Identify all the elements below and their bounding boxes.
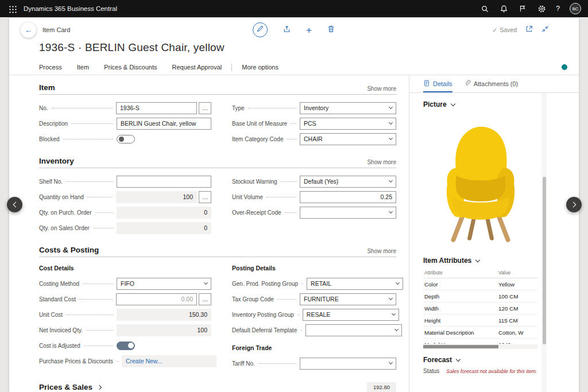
qty-sales-order-field[interactable]: 0 — [117, 222, 211, 234]
unit-volume-input[interactable]: 0.25 — [300, 191, 396, 203]
net-invoiced-qty-field[interactable]: 100 — [117, 324, 211, 336]
section-item: Item Show more No. 1936-S … Desc — [39, 83, 396, 148]
inventory-posting-group-select[interactable]: RESALE — [303, 309, 399, 321]
dotted-leader — [83, 284, 113, 284]
shelf-no-label: Shelf No. — [39, 178, 63, 185]
prices-sales-title[interactable]: Prices & Sales — [39, 383, 101, 391]
tax-group-code-select[interactable]: FURNITURE — [300, 293, 396, 305]
factbox-pane: Details Attachments (0) Picture — [409, 75, 579, 392]
costing-method-select[interactable]: FIFO — [117, 278, 211, 290]
vertical-scrollbar[interactable] — [541, 93, 547, 392]
new-button[interactable]: + — [306, 25, 312, 35]
next-record-button[interactable] — [566, 197, 582, 212]
attribute-name: Depth — [423, 290, 497, 302]
search-icon[interactable] — [480, 4, 489, 13]
gen-prod-posting-group-select[interactable]: RETAIL — [307, 278, 403, 290]
menu-bar: Process Item Prices & Discounts Request … — [9, 60, 579, 75]
vertical-scrollbar-thumb[interactable] — [543, 177, 546, 344]
attribute-row[interactable]: Width 120 CM — [423, 302, 537, 315]
horizontal-scrollbar[interactable] — [423, 344, 537, 349]
costs-show-more-link[interactable]: Show more — [367, 248, 396, 254]
menu-item-prices-discounts[interactable]: Prices & Discounts — [104, 64, 157, 71]
standard-cost-assist-button[interactable]: … — [199, 293, 211, 305]
chevron-down-icon — [389, 105, 393, 109]
notifications-bell-icon[interactable] — [499, 4, 508, 13]
edit-button[interactable] — [253, 22, 268, 37]
tax-group-code-label: Tax Group Code — [232, 296, 274, 302]
create-new-link[interactable]: Create New... — [126, 358, 163, 364]
chevron-down-icon — [204, 281, 208, 285]
dotted-leader — [63, 139, 113, 139]
base-unit-of-measure-select[interactable]: PCS — [300, 118, 396, 130]
flag-icon[interactable] — [518, 4, 527, 13]
tab-attachments[interactable]: Attachments (0) — [464, 75, 519, 92]
over-receipt-code-select[interactable] — [300, 207, 396, 219]
app-title[interactable]: Dynamics 365 Business Central — [24, 5, 117, 12]
qty-purch-order-field[interactable]: 0 — [117, 207, 211, 219]
cost-is-adjusted-toggle[interactable] — [117, 341, 135, 350]
help-icon[interactable]: ? — [556, 5, 560, 13]
chevron-down-icon — [389, 121, 393, 125]
type-select[interactable]: Inventory — [300, 102, 396, 114]
share-icon[interactable] — [283, 25, 291, 36]
menu-item-item[interactable]: Item — [77, 64, 89, 71]
attribute-value: 115 CM — [497, 315, 537, 327]
attribute-row[interactable]: Depth 100 CM — [423, 290, 537, 302]
type-value: Inventory — [304, 104, 328, 111]
action-toolbar: + — [253, 22, 335, 37]
horizontal-scrollbar-thumb[interactable] — [423, 345, 498, 348]
unit-cost-field[interactable]: 150.30 — [117, 309, 211, 321]
section-item-title[interactable]: Item — [39, 83, 55, 92]
shelf-no-input[interactable] — [117, 176, 211, 188]
attribute-row[interactable]: Material Description Cotton, W — [423, 327, 537, 339]
prices-sales-summary-badge[interactable]: 192.80 — [367, 382, 396, 392]
chevron-down-icon — [394, 327, 399, 331]
attribute-value: 120 CM — [497, 302, 537, 315]
collapse-page-icon[interactable] — [541, 25, 549, 35]
open-in-new-window-icon[interactable] — [525, 25, 533, 35]
back-button[interactable]: ← — [21, 22, 36, 38]
item-attributes-section-title[interactable]: Item Attributes — [423, 257, 537, 265]
chevron-down-icon — [450, 101, 455, 106]
info-icon[interactable] — [562, 64, 567, 70]
default-deferral-template-select[interactable] — [305, 324, 402, 336]
menu-item-more-options[interactable]: More options — [242, 64, 278, 71]
no-input[interactable]: 1936-S — [116, 102, 197, 114]
section-prices-sales[interactable]: Prices & Sales 192.80 — [39, 382, 396, 392]
section-inventory-title[interactable]: Inventory — [39, 157, 74, 165]
attribute-row[interactable]: Height 115 CM — [423, 315, 537, 327]
purchase-prices-discounts-field[interactable]: Create New... — [122, 355, 216, 367]
blocked-toggle[interactable] — [117, 135, 135, 143]
delete-button[interactable] — [327, 25, 335, 36]
stockout-warning-select[interactable]: Default (Yes) — [300, 176, 396, 188]
picture-section-title[interactable]: Picture — [423, 100, 537, 108]
user-avatar[interactable]: BC — [570, 3, 581, 14]
settings-gear-icon[interactable] — [537, 4, 546, 13]
menu-item-request-approval[interactable]: Request Approval — [172, 64, 222, 71]
standard-cost-input[interactable]: 0.00 — [116, 293, 197, 305]
inventory-show-more-link[interactable]: Show more — [367, 159, 396, 165]
dotted-leader — [248, 108, 296, 108]
forecast-section-title[interactable]: Forecast — [423, 356, 537, 364]
section-costs-title[interactable]: Costs & Posting — [39, 246, 99, 254]
quantity-on-hand-assist-button[interactable]: … — [199, 191, 211, 203]
menu-item-process[interactable]: Process — [39, 64, 62, 71]
chevron-down-icon — [475, 257, 480, 262]
tariff-no-select[interactable] — [300, 358, 396, 370]
quantity-on-hand-field[interactable]: 100 — [116, 191, 197, 203]
section-costs-posting: Costs & Posting Show more Cost Details C… — [39, 246, 396, 372]
description-input[interactable]: BERLIN Guest Chair, yellow — [117, 118, 211, 130]
attribute-row[interactable]: Color Yellow — [423, 278, 537, 290]
dotted-leader — [277, 299, 296, 300]
tab-details[interactable]: Details — [423, 75, 452, 92]
costing-method-value: FIFO — [121, 280, 134, 287]
page-title: 1936-S · BERLIN Guest Chair, yellow — [9, 41, 579, 60]
item-category-select[interactable]: CHAIR — [300, 133, 396, 145]
breadcrumb[interactable]: Item Card — [42, 26, 70, 33]
no-assist-edit-button[interactable]: … — [199, 102, 211, 114]
app-launcher-icon[interactable] — [8, 5, 17, 13]
menu-divider — [231, 64, 232, 71]
attribute-row[interactable]: Model Year 1949 — [423, 339, 537, 344]
previous-record-button[interactable] — [7, 197, 22, 212]
item-show-more-link[interactable]: Show more — [367, 86, 396, 92]
